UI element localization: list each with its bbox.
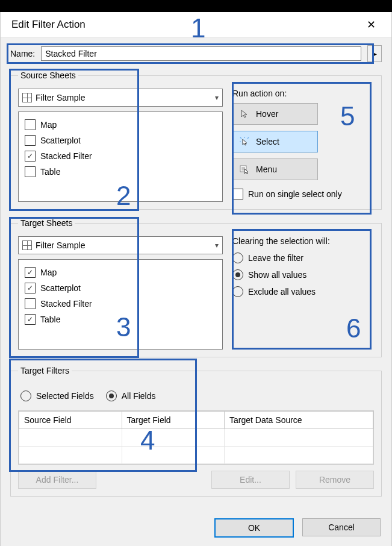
checkbox-icon — [25, 298, 36, 309]
table-row[interactable] — [19, 447, 373, 464]
window-top-border — [0, 0, 392, 12]
name-input[interactable] — [41, 46, 361, 61]
radio-checked-icon — [106, 391, 117, 401]
edit-filter-button: Edit... — [211, 471, 290, 489]
run-action-menu-button[interactable]: Menu — [232, 158, 318, 180]
radio-checked-icon — [232, 269, 243, 280]
target-workbook-dropdown[interactable]: Filter Sample ▾ — [18, 236, 223, 254]
target-sheet-map[interactable]: Map — [25, 265, 216, 280]
radio-icon — [232, 253, 243, 263]
source-sheet-table[interactable]: Table — [25, 164, 216, 180]
clearing-show-all[interactable]: Show all values — [232, 266, 374, 283]
source-sheets-group: Source Sheets Filter Sample ▾ Map Scatte… — [10, 71, 382, 210]
menu-icon — [239, 165, 250, 174]
cursor-hover-icon — [239, 109, 250, 119]
dialog-buttons: OK Cancel — [214, 518, 381, 538]
checkbox-checked-icon — [25, 314, 36, 325]
target-sheet-stacked-filter[interactable]: Stacked Filter — [25, 296, 216, 312]
target-filters-group: Target Filters Selected Fields All Field… — [10, 366, 382, 497]
run-action-hover-button[interactable]: Hover — [232, 103, 318, 125]
source-sheet-list: Map Scatterplot Stacked Filter Table — [18, 111, 223, 202]
sheet-icon — [22, 240, 32, 250]
target-filters-legend: Target Filters — [18, 366, 72, 375]
remove-filter-button: Remove — [296, 471, 374, 489]
checkbox-icon — [25, 135, 36, 146]
name-row: Name: ▸ — [10, 45, 382, 62]
clearing-exclude-all[interactable]: Exclude all values — [232, 283, 374, 300]
target-sheets-legend: Target Sheets — [18, 218, 75, 228]
target-filters-grid: Source Field Target Field Target Data So… — [19, 411, 373, 464]
target-workbook-label: Filter Sample — [36, 240, 85, 250]
target-sheet-scatterplot[interactable]: Scatterplot — [25, 280, 216, 296]
source-workbook-label: Filter Sample — [36, 93, 85, 102]
dialog: Edit Filter Action ✕ Name: ▸ Source Shee… — [0, 12, 392, 546]
checkbox-checked-icon — [25, 151, 36, 162]
sheet-icon — [22, 93, 32, 102]
target-sheet-table[interactable]: Table — [25, 312, 216, 327]
close-icon[interactable]: ✕ — [362, 16, 381, 34]
source-sheet-map[interactable]: Map — [25, 117, 216, 133]
name-menu-button[interactable]: ▸ — [367, 45, 382, 62]
ok-button[interactable]: OK — [214, 518, 294, 538]
run-action-select-button[interactable]: Select — [232, 131, 318, 152]
checkbox-icon — [25, 166, 36, 177]
source-sheets-legend: Source Sheets — [18, 71, 78, 80]
dialog-title: Edit Filter Action — [11, 19, 86, 31]
col-source-field[interactable]: Source Field — [19, 412, 122, 429]
source-sheet-stacked-filter[interactable]: Stacked Filter — [25, 148, 216, 164]
checkbox-checked-icon — [25, 267, 36, 278]
source-workbook-dropdown[interactable]: Filter Sample ▾ — [18, 89, 223, 107]
triangle-right-icon: ▸ — [373, 49, 377, 58]
source-sheet-scatterplot[interactable]: Scatterplot — [25, 133, 216, 148]
clearing-leave-filter[interactable]: Leave the filter — [232, 249, 374, 266]
target-filters-all-fields[interactable]: All Fields — [106, 388, 156, 404]
name-label: Name: — [10, 49, 35, 58]
radio-icon — [232, 286, 243, 297]
target-sheets-group: Target Sheets Filter Sample ▾ Map Scatte… — [10, 218, 382, 357]
cursor-select-icon — [239, 137, 250, 146]
checkbox-icon — [25, 119, 36, 130]
checkbox-checked-icon — [25, 283, 36, 293]
run-single-select-checkbox[interactable]: Run on single select only — [232, 186, 374, 202]
run-action-label: Run action on: — [232, 89, 374, 98]
col-target-field[interactable]: Target Field — [122, 412, 225, 429]
table-row[interactable] — [19, 429, 373, 447]
titlebar: Edit Filter Action ✕ — [1, 12, 391, 38]
target-filters-selected-fields[interactable]: Selected Fields — [20, 388, 94, 404]
col-target-data-source[interactable]: Target Data Source — [225, 412, 373, 429]
chevron-down-icon: ▾ — [215, 93, 219, 102]
clearing-label: Clearing the selection will: — [232, 236, 374, 246]
chevron-down-icon: ▾ — [215, 241, 219, 249]
add-filter-button: Add Filter... — [18, 471, 96, 489]
radio-icon — [20, 391, 31, 401]
target-sheet-list: Map Scatterplot Stacked Filter Table — [18, 259, 223, 350]
checkbox-icon — [232, 189, 243, 199]
cancel-button[interactable]: Cancel — [302, 518, 381, 536]
